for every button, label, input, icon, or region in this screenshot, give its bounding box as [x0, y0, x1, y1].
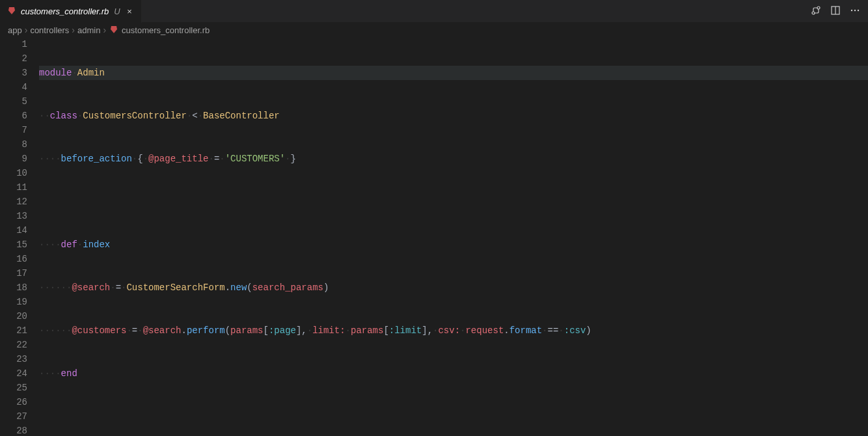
chevron-right-icon: ›: [72, 25, 75, 35]
code-line[interactable]: ····end: [39, 366, 868, 381]
line-number: 20: [0, 309, 27, 323]
code-editor[interactable]: 1234567891011121314151617181920212223242…: [0, 37, 868, 436]
line-number: 17: [0, 266, 27, 280]
code-line[interactable]: [39, 409, 868, 424]
line-number: 3: [0, 66, 27, 80]
split-editor-icon[interactable]: [830, 5, 841, 18]
tabs-container: customers_controller.rb U ×: [0, 0, 142, 22]
line-number: 24: [0, 366, 27, 381]
line-number: 25: [0, 381, 27, 395]
tab-filename: customers_controller.rb: [21, 7, 109, 16]
line-number: 14: [0, 223, 27, 238]
editor-tab[interactable]: customers_controller.rb U ×: [0, 0, 142, 23]
breadcrumb[interactable]: app › controllers › admin › customers_co…: [0, 23, 868, 37]
code-line[interactable]: module·Admin: [39, 66, 868, 80]
tab-git-status: U: [114, 7, 120, 16]
tab-actions: [811, 0, 868, 22]
line-number: 4: [0, 80, 27, 94]
line-number-gutter: 1234567891011121314151617181920212223242…: [0, 37, 39, 436]
code-line[interactable]: ······@customers·=·@search.perform(param…: [39, 323, 868, 338]
compare-changes-icon[interactable]: [811, 5, 821, 18]
more-actions-icon[interactable]: [850, 5, 860, 18]
svg-point-6: [858, 9, 859, 10]
svg-point-1: [817, 7, 820, 9]
code-line[interactable]: [39, 195, 868, 209]
svg-point-4: [851, 9, 852, 10]
ruby-file-icon: [7, 5, 17, 18]
code-line[interactable]: ····before_action·{·@page_title·=·'CUSTO…: [39, 152, 868, 166]
line-number: 1: [0, 37, 27, 51]
line-number: 13: [0, 209, 27, 223]
line-number: 18: [0, 280, 27, 295]
code-area[interactable]: module·Admin ··class·CustomersController…: [39, 37, 868, 436]
line-number: 22: [0, 338, 27, 352]
line-number: 21: [0, 323, 27, 338]
line-number: 23: [0, 352, 27, 366]
code-line[interactable]: ····def·index: [39, 238, 868, 252]
line-number: 10: [0, 166, 27, 180]
line-number: 27: [0, 409, 27, 424]
line-number: 11: [0, 180, 27, 195]
tab-bar: customers_controller.rb U ×: [0, 0, 868, 23]
line-number: 2: [0, 51, 27, 66]
ruby-file-icon: [109, 24, 119, 36]
close-tab-icon[interactable]: ×: [124, 7, 135, 16]
line-number: 16: [0, 252, 27, 266]
code-line[interactable]: ······@search·=·CustomerSearchForm.new(s…: [39, 280, 868, 295]
line-number: 8: [0, 137, 27, 152]
breadcrumb-part[interactable]: app: [8, 25, 22, 35]
breadcrumb-part[interactable]: admin: [77, 25, 100, 35]
chevron-right-icon: ›: [103, 25, 106, 35]
line-number: 28: [0, 424, 27, 436]
line-number: 19: [0, 295, 27, 309]
svg-point-0: [812, 12, 815, 14]
chevron-right-icon: ›: [25, 25, 28, 35]
line-number: 5: [0, 94, 27, 109]
line-number: 26: [0, 395, 27, 409]
line-number: 7: [0, 123, 27, 137]
breadcrumb-part[interactable]: controllers: [30, 25, 69, 35]
code-line[interactable]: ··class·CustomersController·<·BaseContro…: [39, 109, 868, 123]
svg-point-5: [854, 9, 856, 10]
line-number: 6: [0, 109, 27, 123]
line-number: 9: [0, 152, 27, 166]
breadcrumb-part[interactable]: customers_controller.rb: [122, 25, 210, 35]
line-number: 12: [0, 195, 27, 209]
line-number: 15: [0, 238, 27, 252]
